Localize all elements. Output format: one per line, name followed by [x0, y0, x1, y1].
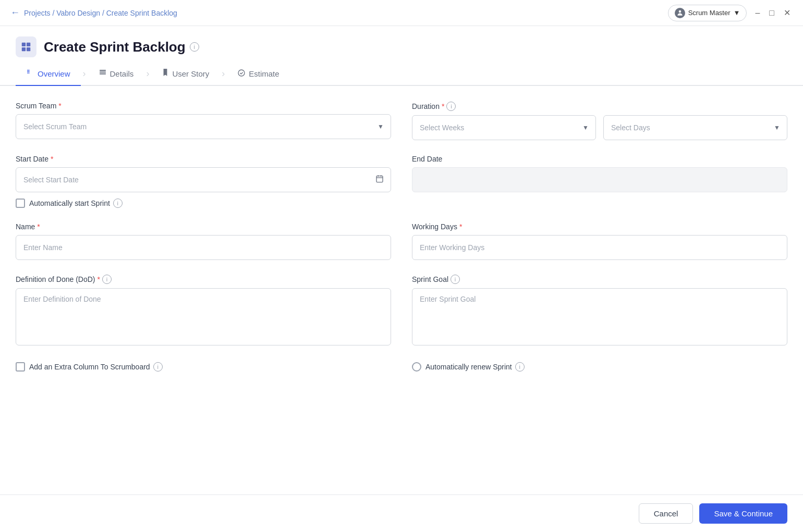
page-header: Create Sprint Backlog i	[0, 26, 803, 63]
user-label: Scrum Master	[688, 9, 731, 17]
form-body: Scrum Team * Select Scrum Team ▼ Duratio…	[0, 86, 803, 402]
svg-rect-5	[27, 70, 30, 70]
start-date-label: Start Date *	[16, 155, 391, 163]
name-required: *	[37, 222, 40, 231]
svg-rect-7	[27, 72, 30, 73]
form-row-5: Add an Extra Column To Scrumboard i Auto…	[16, 360, 787, 372]
start-date-input-wrapper	[16, 167, 391, 192]
svg-point-0	[678, 10, 681, 13]
page-icon	[16, 36, 36, 57]
name-input[interactable]	[16, 235, 391, 260]
tab-sep-3: ›	[220, 68, 227, 79]
tab-estimate-label: Estimate	[249, 69, 279, 78]
title-bar: ← Projects / Vabro Design / Create Sprin…	[0, 0, 803, 26]
overview-tab-icon	[26, 69, 34, 79]
details-tab-icon	[99, 69, 107, 79]
sprint-goal-group: Sprint Goal i	[412, 275, 787, 345]
duration-selects: Select Weeks ▼ Select Days ▼	[412, 115, 787, 140]
dod-group: Definition of Done (DoD) * i	[16, 275, 391, 345]
form-row-4: Definition of Done (DoD) * i Sprint Goal…	[16, 275, 787, 345]
minimize-button[interactable]: –	[753, 8, 762, 18]
form-row-1: Scrum Team * Select Scrum Team ▼ Duratio…	[16, 102, 787, 140]
tab-estimate[interactable]: Estimate	[227, 63, 289, 85]
breadcrumb: Projects / Vabro Design / Create Sprint …	[24, 9, 177, 17]
svg-rect-10	[100, 73, 106, 75]
auto-renew-info-icon[interactable]: i	[515, 362, 525, 372]
auto-renew-group: Automatically renew Sprint i	[412, 360, 787, 372]
weeks-select-wrapper: Select Weeks ▼	[412, 115, 596, 140]
form-row-2: Start Date * Automatically start Sprint …	[16, 155, 787, 208]
svg-point-11	[238, 70, 245, 76]
working-days-required: *	[459, 222, 462, 231]
days-select[interactable]: Select Days	[603, 115, 787, 140]
working-days-input[interactable]	[412, 235, 787, 260]
dod-required: *	[98, 275, 100, 283]
svg-rect-2	[27, 43, 30, 46]
scrum-team-required: *	[58, 102, 61, 110]
dod-textarea[interactable]	[16, 288, 391, 345]
name-label: Name *	[16, 222, 391, 231]
working-days-group: Working Days *	[412, 222, 787, 260]
tab-overview[interactable]: Overview	[16, 63, 81, 86]
weeks-select[interactable]: Select Weeks	[412, 115, 596, 140]
svg-rect-9	[100, 71, 106, 72]
start-date-input[interactable]	[16, 167, 391, 192]
scrum-team-group: Scrum Team * Select Scrum Team ▼	[16, 102, 391, 140]
svg-rect-8	[100, 70, 106, 71]
extra-column-label[interactable]: Add an Extra Column To Scrumboard i	[29, 362, 163, 372]
page-title-info-icon[interactable]: i	[190, 42, 199, 52]
page-title: Create Sprint Backlog i	[44, 39, 199, 55]
auto-start-label[interactable]: Automatically start Sprint i	[29, 199, 123, 208]
title-bar-right: Scrum Master ▼ – □ ✕	[668, 5, 793, 21]
back-arrow-icon[interactable]: ←	[10, 7, 20, 18]
start-date-required: *	[51, 155, 53, 163]
footer: Cancel Save & Continue	[0, 494, 803, 532]
working-days-label: Working Days *	[412, 222, 787, 231]
end-date-display	[412, 167, 787, 192]
duration-label: Duration * i	[412, 102, 787, 111]
sprint-goal-label: Sprint Goal i	[412, 275, 787, 284]
user-chevron-icon: ▼	[734, 9, 740, 17]
tab-details-label: Details	[110, 69, 134, 78]
sprint-goal-info-icon[interactable]: i	[451, 275, 460, 284]
svg-rect-3	[22, 47, 26, 51]
name-group: Name *	[16, 222, 391, 260]
tab-sep-2: ›	[144, 68, 151, 79]
auto-start-checkbox[interactable]	[16, 199, 25, 208]
scrum-team-select-wrapper: Select Scrum Team ▼	[16, 114, 391, 139]
end-date-label: End Date	[412, 155, 787, 163]
maximize-button[interactable]: □	[767, 8, 776, 18]
tab-overview-label: Overview	[38, 69, 70, 78]
svg-rect-6	[27, 71, 30, 72]
user-badge[interactable]: Scrum Master ▼	[668, 5, 747, 21]
extra-column-info-icon[interactable]: i	[153, 362, 163, 372]
sprint-goal-textarea[interactable]	[412, 288, 787, 345]
scrum-team-label: Scrum Team *	[16, 102, 391, 110]
tabs-bar: Overview › Details › User Story › Estima…	[0, 63, 803, 86]
extra-column-checkbox[interactable]	[16, 362, 25, 372]
save-continue-button[interactable]: Save & Continue	[699, 503, 787, 524]
estimate-tab-icon	[237, 69, 246, 79]
extra-column-group: Add an Extra Column To Scrumboard i	[16, 360, 391, 372]
tab-details[interactable]: Details	[88, 63, 144, 85]
svg-rect-4	[27, 47, 30, 51]
cancel-button[interactable]: Cancel	[639, 503, 694, 524]
auto-start-info-icon[interactable]: i	[113, 199, 123, 208]
auto-renew-checkbox[interactable]	[412, 362, 421, 372]
tab-user-story[interactable]: User Story	[151, 63, 220, 85]
breadcrumb-area: ← Projects / Vabro Design / Create Sprin…	[10, 7, 177, 18]
end-date-group: End Date	[412, 155, 787, 208]
close-button[interactable]: ✕	[782, 8, 793, 18]
dod-info-icon[interactable]: i	[102, 275, 112, 284]
auto-renew-label[interactable]: Automatically renew Sprint i	[425, 362, 525, 372]
duration-info-icon[interactable]: i	[446, 102, 456, 111]
scrum-team-select[interactable]: Select Scrum Team	[16, 114, 391, 139]
userstory-tab-icon	[162, 69, 169, 79]
auto-start-row: Automatically start Sprint i	[16, 199, 391, 208]
duration-required: *	[442, 102, 444, 110]
dod-label: Definition of Done (DoD) * i	[16, 275, 391, 284]
start-date-group: Start Date * Automatically start Sprint …	[16, 155, 391, 208]
tab-sep-1: ›	[81, 68, 88, 79]
form-content: Scrum Team * Select Scrum Team ▼ Duratio…	[0, 86, 803, 524]
duration-group: Duration * i Select Weeks ▼ Select Days	[412, 102, 787, 140]
